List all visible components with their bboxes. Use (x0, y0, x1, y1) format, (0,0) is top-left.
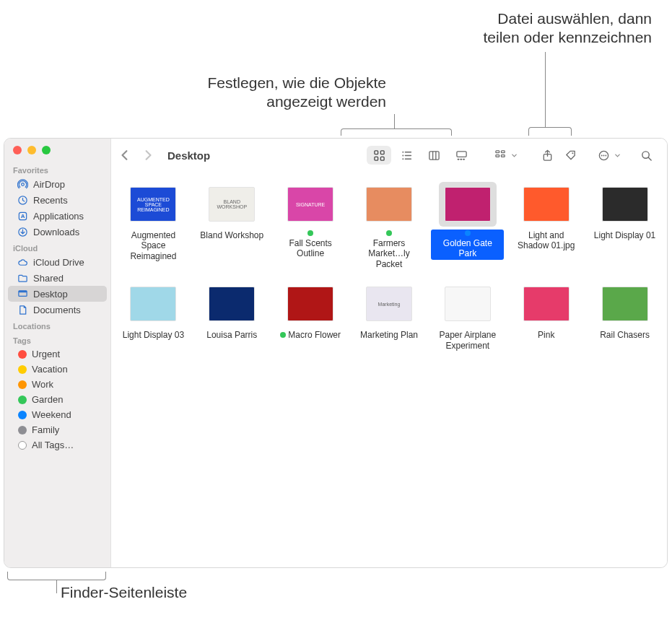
doc-icon (17, 304, 28, 315)
sidebar-item-downloads[interactable]: Downloads (8, 224, 107, 240)
svg-rect-10 (380, 157, 384, 160)
file-label-text: Farmers Market…ly Packet (355, 238, 424, 269)
gallery-view-button[interactable] (449, 146, 474, 165)
svg-point-32 (603, 154, 604, 156)
svg-point-0 (21, 183, 24, 185)
desktop-icon (17, 288, 28, 300)
sidebar-item-label: iCloud Drive (33, 257, 84, 268)
file-thumbnail-wrapper (203, 281, 261, 326)
file-label: Rail Chasers (598, 329, 652, 341)
callout-bracket (341, 128, 452, 136)
file-item[interactable]: SIGNATUREFall Scents Outline (273, 180, 349, 274)
sidebar-item-icloud-drive[interactable]: iCloud Drive (8, 254, 107, 270)
file-label-text: Marketing Plan (360, 330, 418, 340)
action-menu-button[interactable] (593, 146, 614, 165)
svg-rect-9 (374, 157, 378, 160)
file-item[interactable]: Farmers Market…ly Packet (352, 180, 427, 274)
list-view-button[interactable] (394, 146, 419, 165)
sidebar-item-airdrop[interactable]: AirDrop (8, 176, 107, 192)
zoom-window-button[interactable] (42, 146, 51, 154)
svg-rect-27 (501, 154, 505, 157)
svg-line-35 (648, 157, 651, 160)
sidebar: FavoritesAirDropRecentsAApplicationsDown… (4, 139, 111, 567)
sidebar-item-urgent[interactable]: Urgent (8, 346, 107, 362)
sidebar-item-desktop[interactable]: Desktop (8, 286, 107, 302)
file-label: Augmented Space Reimagined (117, 230, 190, 262)
chevron-down-icon (511, 152, 518, 159)
file-thumbnail: SIGNATURE (287, 187, 333, 222)
sidebar-item-weekend[interactable]: Weekend (8, 407, 107, 422)
tag-color-icon (18, 380, 27, 389)
sidebar-item-label: Urgent (32, 349, 60, 359)
file-label-text: Light Display 01 (594, 230, 655, 240)
file-label-text: Pink (538, 330, 554, 340)
file-thumbnail (366, 187, 412, 222)
file-label: Pink (536, 329, 557, 341)
group-by-button[interactable] (489, 146, 511, 165)
all-tags-icon (18, 441, 27, 450)
tag-button[interactable] (559, 146, 581, 165)
content-area[interactable]: AUGMENTED SPACE REIMAGINEDAugmented Spac… (111, 172, 667, 567)
column-view-button[interactable] (422, 146, 446, 165)
sidebar-item-family[interactable]: Family (8, 422, 107, 437)
sidebar-item-work[interactable]: Work (8, 377, 107, 392)
file-item[interactable]: Pink (508, 280, 584, 356)
sidebar-section-header: iCloud (4, 240, 110, 254)
folder-icon (17, 272, 28, 284)
file-thumbnail-wrapper (124, 281, 182, 326)
tag-color-icon (18, 411, 27, 419)
search-button[interactable] (634, 146, 658, 165)
file-item[interactable]: Golden Gate Park (429, 180, 505, 274)
sidebar-item-applications[interactable]: AApplications (8, 208, 107, 224)
file-item[interactable]: Louisa Parris (194, 280, 270, 356)
file-item[interactable]: Light Display 03 (115, 280, 191, 356)
file-item[interactable]: Paper Airplane Experiment (429, 280, 505, 356)
file-label-text: Augmented Space Reimagined (119, 230, 188, 261)
file-item[interactable]: MarketingMarketing Plan (352, 280, 427, 356)
window-title: Desktop (167, 149, 210, 162)
sidebar-item-label: Garden (32, 394, 63, 405)
sidebar-item-documents[interactable]: Documents (8, 302, 107, 318)
sidebar-item-label: AirDrop (33, 179, 65, 190)
file-label: Louisa Parris (204, 329, 259, 341)
clock-icon (17, 194, 28, 206)
share-button[interactable] (536, 146, 558, 165)
icon-view-button[interactable] (367, 146, 391, 165)
file-tag-dot-icon (465, 230, 471, 236)
file-item[interactable]: Macro Flower (273, 280, 349, 356)
svg-point-13 (402, 154, 403, 156)
sidebar-item-recents[interactable]: Recents (8, 192, 107, 208)
file-item[interactable]: Light Display 01 (587, 180, 663, 274)
file-item[interactable]: BLAND WORKSHOPBland Workshop (194, 180, 270, 274)
svg-rect-7 (374, 150, 378, 154)
file-thumbnail (602, 187, 648, 222)
forward-button[interactable] (143, 150, 153, 160)
minimize-window-button[interactable] (27, 146, 36, 154)
sidebar-item-label: All Tags… (32, 440, 74, 450)
file-item[interactable]: Light and Shadow 01.jpg (508, 180, 584, 274)
sidebar-item-shared[interactable]: Shared (8, 270, 107, 286)
file-thumbnail-wrapper: SIGNATURE (282, 182, 339, 227)
file-thumbnail-wrapper (596, 182, 654, 227)
svg-rect-12 (404, 152, 411, 152)
sidebar-item-garden[interactable]: Garden (8, 392, 107, 407)
file-thumbnail (523, 287, 570, 321)
tag-color-icon (18, 365, 27, 374)
file-item[interactable]: Rail Chasers (587, 280, 663, 356)
file-thumbnail (209, 287, 255, 321)
sidebar-item-label: Desktop (33, 289, 68, 300)
file-label-text: Bland Workshop (200, 230, 263, 240)
file-label: Macro Flower (278, 329, 343, 341)
back-button[interactable] (120, 150, 130, 160)
sidebar-item-vacation[interactable]: Vacation (8, 362, 107, 377)
svg-rect-22 (460, 158, 461, 160)
sidebar-item-all-tags-[interactable]: All Tags… (8, 437, 107, 453)
sidebar-item-label: Shared (33, 273, 64, 284)
file-label: Farmers Market…ly Packet (353, 230, 426, 270)
svg-point-15 (402, 158, 403, 160)
file-thumbnail (602, 287, 648, 321)
sidebar-section-header: Favorites (4, 162, 110, 176)
main-area: Desktop (111, 139, 667, 567)
close-window-button[interactable] (13, 146, 22, 154)
file-item[interactable]: AUGMENTED SPACE REIMAGINEDAugmented Spac… (115, 180, 191, 274)
